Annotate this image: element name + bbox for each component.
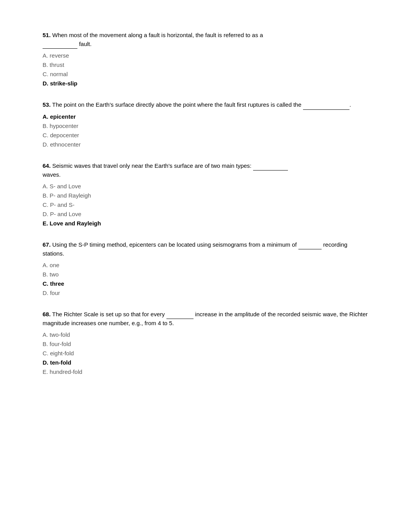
option-q51-d: D. strike-slip xyxy=(43,79,368,88)
option-q67-a: A. one xyxy=(43,261,368,270)
option-q68-d: D. ten-fold xyxy=(43,358,368,367)
option-q68-e: E. hundred-fold xyxy=(43,367,368,377)
question-block-q51: 51. When most of the movement along a fa… xyxy=(43,31,368,88)
question-text-q68: 68. The Richter Scale is set up so that … xyxy=(43,310,368,328)
option-q67-c: C. three xyxy=(43,279,368,288)
option-q64-e: E. Love and Rayleigh xyxy=(43,219,368,228)
option-q51-c: C. normal xyxy=(43,70,368,79)
question-text-q53: 53. The point on the Earth's surface dir… xyxy=(43,101,368,110)
option-q68-a: A. two-fold xyxy=(43,330,368,339)
option-q64-c: C. P- and S- xyxy=(43,200,368,210)
question-block-q67: 67. Using the S-P timing method, epicent… xyxy=(43,240,368,298)
option-q53-a: A. epicenter xyxy=(43,112,368,121)
question-block-q68: 68. The Richter Scale is set up so that … xyxy=(43,310,368,377)
question-text-q64: 64. Seismic waves that travel only near … xyxy=(43,162,368,179)
option-q68-c: C. eight-fold xyxy=(43,349,368,358)
main-content: 51. When most of the movement along a fa… xyxy=(43,31,368,377)
option-q51-b: B. thrust xyxy=(43,60,368,70)
option-q53-b: B. hypocenter xyxy=(43,121,368,131)
option-q53-c: C. depocenter xyxy=(43,131,368,140)
question-block-q64: 64. Seismic waves that travel only near … xyxy=(43,162,368,228)
option-q68-b: B. four-fold xyxy=(43,339,368,349)
question-text-q51: 51. When most of the movement along a fa… xyxy=(43,31,368,49)
question-text-q67: 67. Using the S-P timing method, epicent… xyxy=(43,240,368,258)
option-q64-d: D. P- and Love xyxy=(43,210,368,219)
option-q64-a: A. S- and Love xyxy=(43,182,368,191)
option-q64-b: B. P- and Rayleigh xyxy=(43,191,368,200)
option-q51-a: A. reverse xyxy=(43,51,368,60)
option-q67-b: B. two xyxy=(43,270,368,279)
option-q53-d: D. ethnocenter xyxy=(43,140,368,149)
option-q67-d: D. four xyxy=(43,288,368,298)
question-block-q53: 53. The point on the Earth's surface dir… xyxy=(43,101,368,149)
